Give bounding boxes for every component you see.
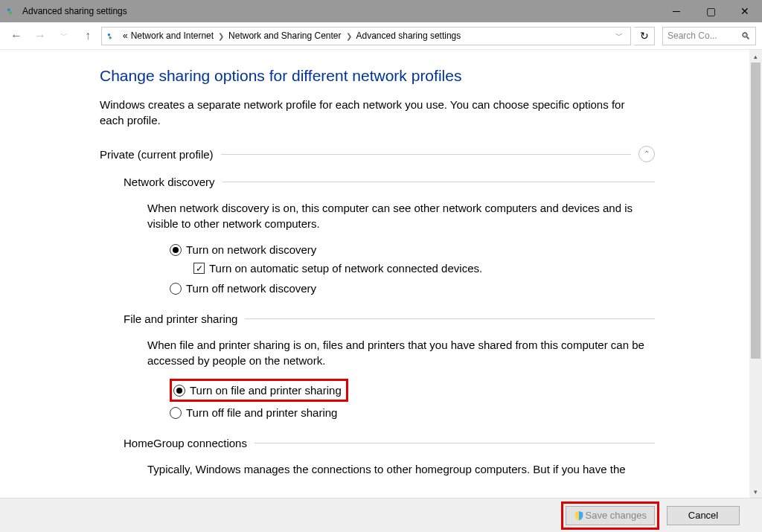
vertical-scrollbar[interactable]: ▴ ▾ <box>749 50 762 498</box>
button-label: Cancel <box>688 510 718 521</box>
breadcrumb-item[interactable]: Network and Sharing Center <box>227 31 342 41</box>
homegroup-header: HomeGroup connections <box>124 435 655 451</box>
highlight-annotation: Save changes <box>561 501 659 530</box>
radio-label: Turn on file and printer sharing <box>190 382 342 398</box>
network-discovery-header: Network discovery <box>124 174 655 190</box>
radio-nd-off[interactable]: Turn off network discovery <box>170 281 655 296</box>
divider <box>221 154 631 155</box>
divider <box>254 443 655 443</box>
chevron-right-icon: ❯ <box>215 32 227 40</box>
divider <box>245 318 655 319</box>
window-title: Advanced sharing settings <box>22 6 127 16</box>
refresh-button[interactable]: ↻ <box>634 27 655 45</box>
scroll-up-icon[interactable]: ▴ <box>749 50 762 63</box>
checkbox-label: Turn on automatic setup of network conne… <box>209 260 482 276</box>
subsection-label: Network discovery <box>124 174 215 190</box>
page-intro: Windows creates a separate network profi… <box>100 97 650 128</box>
search-input[interactable]: Search Co... 🔍︎ <box>662 27 756 45</box>
breadcrumb-item[interactable]: Network and Internet <box>129 31 215 41</box>
radio-fp-off[interactable]: Turn off file and printer sharing <box>170 405 655 420</box>
forward-button[interactable]: → <box>30 25 51 46</box>
radio-icon <box>170 407 182 419</box>
save-changes-button[interactable]: Save changes <box>566 506 655 525</box>
network-discovery-desc: When network discovery is on, this compu… <box>147 200 653 231</box>
radio-nd-on[interactable]: Turn on network discovery <box>170 242 655 257</box>
breadcrumb-prefix: « <box>121 31 129 41</box>
file-printer-desc: When file and printer sharing is on, fil… <box>147 337 653 368</box>
address-dropdown-icon[interactable]: ﹀ <box>612 31 626 41</box>
file-printer-header: File and printer sharing <box>124 311 655 327</box>
chevron-right-icon: ❯ <box>343 32 355 40</box>
subsection-label: HomeGroup connections <box>124 435 247 451</box>
highlight-annotation: Turn on file and printer sharing <box>170 379 348 402</box>
checkbox-auto-setup[interactable]: Turn on automatic setup of network conne… <box>193 260 655 276</box>
button-label: Save changes <box>586 510 647 521</box>
radio-label: Turn on network discovery <box>186 242 316 257</box>
page-title: Change sharing options for different net… <box>100 65 655 86</box>
checkbox-icon <box>193 263 205 274</box>
radio-icon <box>170 244 182 256</box>
breadcrumb-item[interactable]: Advanced sharing settings <box>355 31 463 41</box>
back-button[interactable]: ← <box>6 25 27 46</box>
recent-dropdown[interactable]: ﹀ <box>54 25 74 46</box>
bottom-bar: Save changes Cancel <box>0 498 762 532</box>
search-icon: 🔍︎ <box>741 31 751 42</box>
minimize-button[interactable]: ─ <box>659 0 694 22</box>
divider <box>222 182 655 182</box>
up-button[interactable]: ↑ <box>77 25 98 46</box>
homegroup-desc: Typically, Windows manages the connectio… <box>147 461 653 477</box>
scroll-down-icon[interactable]: ▾ <box>749 485 762 498</box>
close-button[interactable]: ✕ <box>728 0 762 22</box>
radio-label: Turn off file and printer sharing <box>186 405 337 420</box>
scroll-thumb[interactable] <box>751 63 761 359</box>
profile-section-header[interactable]: Private (current profile) ⌃ <box>100 146 655 162</box>
collapse-icon[interactable]: ⌃ <box>638 146 655 162</box>
titlebar: Advanced sharing settings ─ ▢ ✕ <box>0 0 762 22</box>
radio-fp-on[interactable]: Turn on file and printer sharing <box>173 382 342 398</box>
radio-icon <box>170 283 182 295</box>
address-bar[interactable]: « Network and Internet ❯ Network and Sha… <box>101 27 631 45</box>
navbar: ← → ﹀ ↑ « Network and Internet ❯ Network… <box>0 22 762 50</box>
maximize-button[interactable]: ▢ <box>694 0 728 22</box>
app-icon <box>6 5 18 17</box>
location-icon <box>106 30 118 42</box>
search-placeholder: Search Co... <box>667 31 717 41</box>
profile-label: Private (current profile) <box>100 147 214 162</box>
radio-icon <box>173 385 185 397</box>
cancel-button[interactable]: Cancel <box>667 506 740 525</box>
radio-label: Turn off network discovery <box>186 281 316 296</box>
shield-icon <box>574 510 584 521</box>
subsection-label: File and printer sharing <box>124 311 237 327</box>
content-pane: Change sharing options for different net… <box>0 50 655 477</box>
